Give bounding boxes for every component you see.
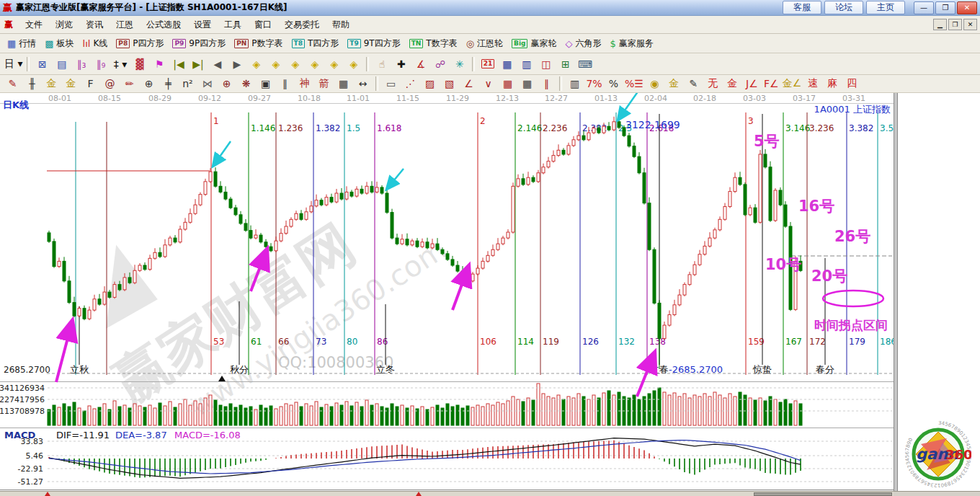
menu-item-10[interactable]: 帮助 [326, 17, 356, 32]
grid-b-tool[interactable]: ▦ [517, 76, 537, 92]
close-button[interactable]: ✕ [957, 1, 977, 14]
p9-square-button[interactable]: P99P四方形 [168, 36, 230, 51]
percent-tool[interactable]: % [604, 76, 623, 92]
gann-compass-tool[interactable]: ⊕ [217, 76, 236, 92]
zoom-expand-all-button[interactable]: ◈ [344, 56, 363, 72]
menu-item-2[interactable]: 浏览 [49, 17, 79, 32]
circle-grid-tool[interactable]: ⊕ [139, 76, 159, 92]
menu-item-6[interactable]: 设置 [187, 17, 218, 32]
fan-lines-tool[interactable]: ⋰ [401, 76, 420, 92]
gold-grid-1[interactable]: 金 [42, 76, 61, 92]
angle-tool[interactable]: ∡ [411, 56, 430, 72]
si-lines-tool[interactable]: 四 [842, 76, 861, 92]
crosshair-tool[interactable]: ✚ [391, 56, 411, 72]
step-forward-button[interactable]: ▶ [227, 56, 246, 72]
notes-button[interactable]: ▥ [517, 56, 536, 72]
wu-angle-tool[interactable]: 无 [703, 76, 723, 92]
t-number-table-button[interactable]: TNT数字表 [405, 36, 462, 51]
step-back-button[interactable]: ◀ [208, 56, 227, 72]
box-grid-tool[interactable]: ▣ [256, 76, 275, 92]
print-button[interactable]: ⌨ [575, 56, 594, 72]
child-window-icon[interactable]: 赢 [4, 19, 13, 31]
gann-wheel-button[interactable]: ◎江恩轮 [462, 36, 507, 51]
menu-item-5[interactable]: 公式选股 [140, 17, 187, 32]
gold-grid-2[interactable]: 金 [61, 76, 81, 92]
n2-tool[interactable]: n² [178, 76, 197, 92]
smart-tool[interactable]: ✳ [450, 56, 469, 72]
kline-button[interactable]: lılK线 [79, 36, 112, 51]
kline-color-icon[interactable]: ▓ [130, 56, 149, 72]
jian-grid-tool[interactable]: 箭 [314, 76, 334, 92]
percent7-tool[interactable]: 7% [584, 76, 604, 92]
f-grid-tool[interactable]: F [81, 76, 100, 92]
zoom-compress-right-button[interactable]: ◈ [266, 56, 285, 72]
zoom-expand-h-button[interactable]: ◈ [285, 56, 305, 72]
mirror-angle-tool[interactable]: ⋈ [197, 76, 217, 92]
horizontal-scrollbar[interactable] [0, 491, 894, 496]
f10-info-icon[interactable]: ▤ [52, 56, 71, 72]
angle-fan-tool[interactable]: ∠ [459, 76, 478, 92]
zoom-compress-left-button[interactable]: ◈ [246, 56, 266, 72]
k-mark-tool[interactable]: ∥ [275, 76, 295, 92]
percent-lines-tool[interactable]: %☰ [623, 76, 645, 92]
hand-tool[interactable]: ☝ [372, 56, 391, 72]
minimize-button[interactable]: — [914, 1, 934, 14]
jump-start-button[interactable]: |◀ [169, 56, 188, 72]
titlebar-link-3[interactable]: 主页 [866, 1, 905, 14]
candle-style-dropdown[interactable]: ‡ ▾ [110, 56, 130, 72]
web-tool[interactable]: ❋ [236, 76, 256, 92]
winner-wheel-button[interactable]: Big赢家轮 [507, 36, 561, 51]
child-restore-button[interactable]: ❐ [948, 19, 962, 30]
gold-lines-tool[interactable]: 金 [664, 76, 684, 92]
t-square-button[interactable]: T8T四方形 [288, 36, 344, 51]
titlebar-link-2[interactable]: 论坛 [824, 1, 863, 14]
gold-angle-tool[interactable]: 金∠ [781, 76, 803, 92]
menu-item-8[interactable]: 窗口 [248, 17, 278, 32]
menu-item-9[interactable]: 交易委托 [278, 17, 326, 32]
f-angle-tool[interactable]: F∠ [762, 76, 781, 92]
netdisk-button[interactable]: ⊞ [556, 56, 575, 72]
menu-item-7[interactable]: 工具 [218, 17, 248, 32]
v-lines-tool[interactable]: ∨ [478, 76, 498, 92]
period-day-dropdown[interactable]: 日 ▾ [3, 56, 24, 72]
menu-item-3[interactable]: 资讯 [79, 17, 110, 32]
zoom-expand-v-button[interactable]: ◈ [324, 56, 344, 72]
grid-a-tool[interactable]: ▦ [498, 76, 517, 92]
flag-mark-icon[interactable]: ⚑ [149, 56, 169, 72]
ma-lines-tool[interactable]: 麻 [822, 76, 842, 92]
winner-service-button[interactable]: $赢家服务 [605, 36, 657, 51]
width-arrows-tool[interactable]: ↔ [353, 76, 373, 92]
market-quotes-button[interactable]: ▦行情 [3, 36, 40, 51]
save-button[interactable]: ◫ [536, 56, 556, 72]
calendar-button[interactable]: 21 [478, 56, 497, 72]
gold-under-tool[interactable]: 金 [723, 76, 742, 92]
sectors-button[interactable]: ▩板块 [40, 36, 78, 51]
p-square-button[interactable]: P8P四方形 [112, 36, 168, 51]
scrollbar-thumb[interactable] [754, 492, 892, 496]
pencil-tool[interactable]: ✎ [3, 76, 22, 92]
menu-item-4[interactable]: 江恩 [110, 17, 140, 32]
ruler-grid-tool[interactable]: ▦ [334, 76, 353, 92]
pattern-window-icon[interactable]: ⊠ [32, 56, 52, 72]
shen-grid-tool[interactable]: 神 [295, 76, 314, 92]
titlebar-link-1[interactable]: 客服 [783, 1, 821, 14]
p-number-table-button[interactable]: PNP数字表 [230, 36, 287, 51]
parallel-tool[interactable]: ∥ [537, 76, 556, 92]
child-close-button[interactable]: ✕ [963, 19, 977, 30]
hexagon-button[interactable]: ◇六角形 [561, 36, 605, 51]
spiral-tool[interactable]: @ [100, 76, 120, 92]
bar3-icon[interactable]: ∥₃ [71, 56, 91, 72]
box-select-tool[interactable]: ▭ [381, 76, 401, 92]
pencil-angle-tool[interactable]: ✎ [684, 76, 703, 92]
gold-circle-tool[interactable]: ◉ [645, 76, 664, 92]
tick-grid-tool[interactable]: ╪ [159, 76, 178, 92]
pencil-2-tool[interactable]: ✏ [120, 76, 139, 92]
price-bars-tool[interactable]: ▥ [565, 76, 584, 92]
restore-button[interactable]: ❐ [935, 1, 956, 14]
menu-item-1[interactable]: 文件 [19, 17, 49, 32]
mask-tool[interactable]: ☍ [430, 56, 450, 72]
t9-square-button[interactable]: T99T四方形 [343, 36, 404, 51]
calculator-button[interactable]: ▦ [497, 56, 517, 72]
j-angle-tool[interactable]: J∠ [742, 76, 762, 92]
fan-box2-tool[interactable]: ▧ [440, 76, 459, 92]
